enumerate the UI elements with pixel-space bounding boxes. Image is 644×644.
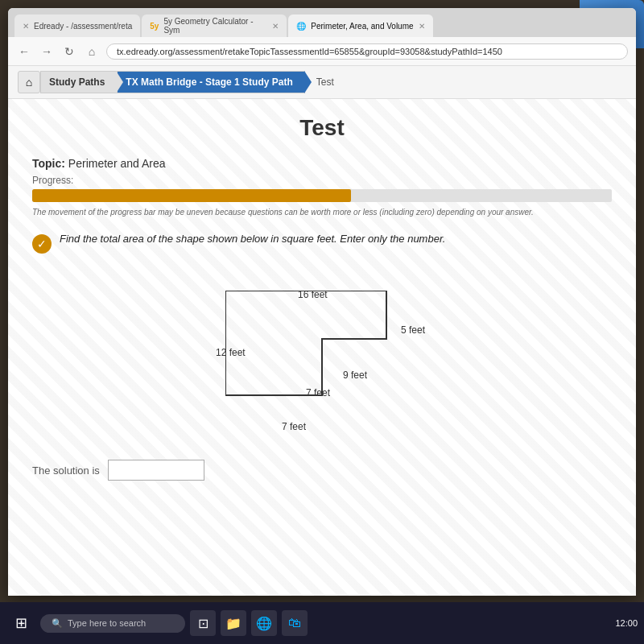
breadcrumb-tx-math-label: TX Math Bridge - Stage 1 Study Path (126, 76, 292, 88)
home-button[interactable]: ⌂ (84, 43, 100, 60)
taskbar-search-box[interactable]: 🔍 Type here to search (40, 614, 185, 633)
question-text: Find the total area of the shape shown b… (60, 233, 445, 245)
progress-note: The movement of the progress bar may be … (32, 207, 612, 218)
back-button[interactable]: ← (16, 43, 32, 60)
shape-diagram: 16 feet 5 feet 12 feet 9 feet 7 feet 7 f… (193, 266, 451, 444)
taskbar-edge-icon[interactable]: 🌐 (251, 610, 277, 636)
taskbar-store-icon[interactable]: 🛍 (282, 610, 308, 636)
windows-icon: ⊞ (15, 614, 27, 632)
progress-bar-container (32, 189, 612, 202)
question-icon: ✓ (32, 234, 52, 254)
tab-close-icon-3[interactable]: ✕ (419, 22, 425, 31)
files-icon: 📁 (225, 616, 242, 631)
main-content: Test Topic: Perimeter and Area Progress:… (8, 99, 636, 596)
question-row: ✓ Find the total area of the shape shown… (32, 233, 612, 254)
address-input[interactable]: tx.edready.org/assessment/retakeTopicTas… (106, 43, 628, 60)
start-button[interactable]: ⊞ (6, 609, 35, 638)
content-inner: Test Topic: Perimeter and Area Progress:… (8, 99, 636, 596)
forward-button[interactable]: → (39, 43, 55, 60)
taskbar-right: 12:00 (615, 618, 638, 628)
taskbar: ⊞ 🔍 Type here to search ⊡ 📁 🌐 🛍 12:00 (0, 602, 644, 644)
taskbar-multiview-icon[interactable]: ⊡ (190, 610, 216, 636)
solution-input[interactable] (108, 460, 204, 481)
taskbar-time: 12:00 (615, 618, 638, 628)
solution-label: The solution is (32, 464, 100, 477)
svg-marker-0 (225, 291, 386, 395)
progress-label: Progress: (32, 175, 612, 186)
topic-prefix: Topic: (32, 157, 65, 170)
breadcrumb-study-paths[interactable]: Study Paths (40, 71, 117, 93)
tab-bar: ✕ Edready - /assessment/reta 5y 5y Geome… (8, 8, 636, 37)
desktop: EDY ✕ Edready - /assessment/reta 5y 5y G… (0, 0, 644, 644)
store-icon: 🛍 (288, 616, 301, 630)
breadcrumb: ⌂ Study Paths TX Math Bridge - Stage 1 S… (8, 66, 636, 99)
breadcrumb-home-button[interactable]: ⌂ (18, 71, 40, 93)
tab-label-perimeter: Perimeter, Area, and Volume (311, 22, 413, 31)
browser-window: ✕ Edready - /assessment/reta 5y 5y Geome… (8, 8, 636, 596)
tab-close-icon-2[interactable]: ✕ (272, 22, 279, 31)
tab-perimeter[interactable]: 🌐 Perimeter, Area, and Volume ✕ (288, 14, 432, 37)
solution-row: The solution is (32, 460, 612, 481)
taskbar-search-label: Type here to search (68, 618, 146, 628)
tab-label-edready: Edready - /assessment/reta (34, 22, 132, 31)
topic-value: Perimeter and Area (68, 157, 166, 170)
tab-geometry[interactable]: 5y 5y Geometry Calculator - Sym ✕ (142, 14, 287, 37)
topic-label: Topic: Perimeter and Area (32, 157, 612, 170)
breadcrumb-test-label: Test (316, 76, 334, 88)
page-title: Test (32, 115, 612, 141)
time-display: 12:00 (615, 618, 638, 628)
tab-close-icon[interactable]: ✕ (23, 22, 29, 31)
taskbar-files-icon[interactable]: 📁 (221, 610, 246, 636)
tab-geometry-icon: 5y (150, 22, 159, 31)
label-right: 5 feet (401, 324, 425, 336)
home-icon: ⌂ (26, 76, 32, 89)
tab-label-geometry: 5y Geometry Calculator - Sym (163, 17, 267, 35)
tab-perimeter-icon: 🌐 (296, 22, 306, 31)
taskbar-search-icon: 🔍 (52, 618, 63, 629)
checkmark-icon: ✓ (37, 237, 47, 250)
edge-icon: 🌐 (256, 616, 272, 631)
reload-button[interactable]: ↻ (61, 43, 77, 60)
shape-svg (225, 291, 402, 419)
tab-edready[interactable]: ✕ Edready - /assessment/reta (14, 14, 140, 37)
address-bar: ← → ↻ ⌂ tx.edready.org/assessment/retake… (8, 37, 636, 66)
multiview-icon: ⊡ (198, 616, 208, 631)
breadcrumb-tx-math[interactable]: TX Math Bridge - Stage 1 Study Path (117, 71, 304, 93)
breadcrumb-study-paths-label: Study Paths (49, 76, 105, 88)
progress-bar-fill (32, 189, 351, 202)
label-bottom: 7 feet (282, 421, 306, 432)
